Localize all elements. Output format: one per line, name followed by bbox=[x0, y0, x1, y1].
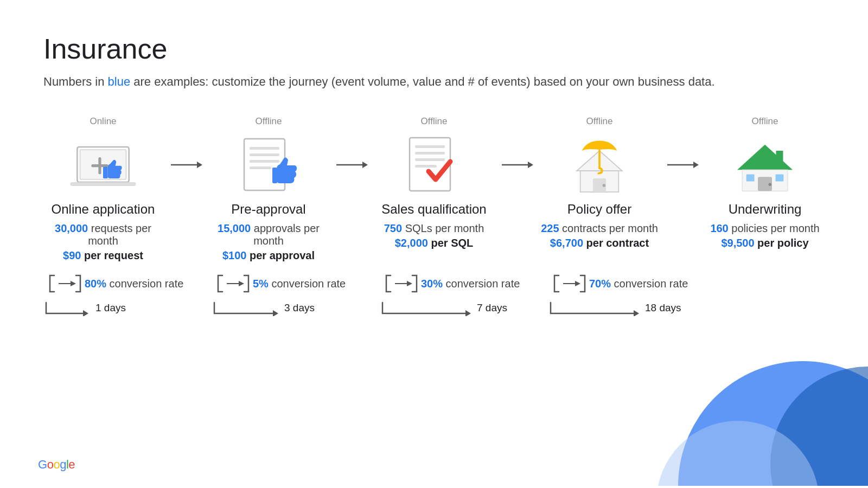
conv-rate-group-4: 70% conversion rate bbox=[553, 273, 688, 294]
stage-value-online: $90 per request bbox=[63, 249, 143, 262]
bottom-decoration bbox=[586, 334, 868, 488]
days-3: 7 days bbox=[477, 302, 507, 314]
stage-title-online: Online application bbox=[52, 202, 155, 217]
stage-pre-approval: Offline Pre-approval 1 bbox=[209, 116, 328, 262]
stage-volume-num-online: 30,000 bbox=[55, 222, 88, 234]
subtitle-before: Numbers in bbox=[43, 75, 108, 88]
svg-marker-45 bbox=[465, 310, 471, 316]
svg-marker-15 bbox=[362, 162, 368, 168]
stage-sales-qualification: Offline Sales qualification 750 SQLs per… bbox=[374, 116, 494, 249]
stage-icon-document-check bbox=[399, 134, 469, 194]
stage-value-text-online: per request bbox=[81, 249, 143, 261]
stage-label-sales: Offline bbox=[421, 116, 448, 127]
svg-marker-30 bbox=[737, 144, 793, 169]
stage-dollar-underwriting: $9,500 bbox=[721, 237, 754, 249]
stage-icon-document-thumb bbox=[233, 134, 304, 194]
stage-dollar-policy: $6,700 bbox=[550, 237, 583, 249]
stage-volume-num-sales: 750 bbox=[384, 222, 402, 234]
arrow-3 bbox=[501, 157, 533, 173]
stage-title-sales: Sales qualification bbox=[381, 202, 486, 217]
stage-online-application: Online bbox=[43, 116, 163, 262]
stage-volume-pre-approval: 15,000 approvals per month bbox=[209, 222, 328, 247]
stage-icon-house-green bbox=[730, 134, 800, 194]
stage-volume-text-pre: approvals per month bbox=[251, 222, 320, 247]
stage-volume-policy: 225 contracts per month bbox=[541, 222, 658, 235]
svg-rect-13 bbox=[272, 168, 277, 183]
svg-rect-5 bbox=[103, 166, 108, 178]
arrow-2 bbox=[335, 157, 368, 173]
svg-rect-35 bbox=[746, 174, 755, 181]
arrow-4 bbox=[666, 157, 699, 173]
svg-rect-19 bbox=[415, 158, 445, 161]
svg-rect-31 bbox=[776, 150, 783, 164]
flow-segment-4: 70% conversion rate 18 days bbox=[548, 273, 716, 316]
days-4: 18 days bbox=[645, 302, 681, 314]
journey-row: Online bbox=[43, 116, 825, 262]
svg-marker-41 bbox=[239, 281, 244, 286]
svg-marker-47 bbox=[575, 281, 580, 286]
svg-marker-22 bbox=[528, 162, 533, 168]
stage-icon-house-umbrella bbox=[564, 134, 635, 194]
svg-rect-2 bbox=[70, 182, 136, 186]
subtitle-blue: blue bbox=[108, 75, 131, 88]
flow-segment-2: 5% conversion rate 3 days bbox=[212, 273, 380, 316]
stage-label-underwriting: Offline bbox=[752, 116, 778, 127]
stage-volume-text-underwriting: policies per month bbox=[729, 222, 820, 234]
stage-title-pre-approval: Pre-approval bbox=[231, 202, 305, 217]
days-1: 1 days bbox=[95, 302, 126, 314]
conv-rate-2: 5% conversion rate bbox=[253, 278, 346, 290]
stage-value-text-pre: per approval bbox=[246, 249, 315, 261]
stage-policy-offer: Offline Policy offer 225 contracts pe bbox=[540, 116, 659, 249]
svg-rect-36 bbox=[776, 174, 784, 181]
stage-volume-num-underwriting: 160 bbox=[710, 222, 728, 234]
stage-value-policy: $6,700 per contract bbox=[550, 237, 649, 249]
stage-dollar-pre: $100 bbox=[222, 249, 247, 261]
stage-value-text-policy: per contract bbox=[583, 237, 649, 249]
conv-rate-1: 80% conversion rate bbox=[85, 278, 183, 290]
stage-icon-laptop bbox=[68, 134, 138, 194]
days-2: 3 days bbox=[284, 302, 315, 314]
stage-volume-text-sales: SQLs per month bbox=[402, 222, 484, 234]
days-group-4: 18 days bbox=[548, 300, 681, 316]
stage-dollar-sales: $2,000 bbox=[395, 237, 428, 249]
stage-value-text-underwriting: per policy bbox=[755, 237, 809, 249]
flow-segment-3: 30% conversion rate 7 days bbox=[380, 273, 548, 316]
conv-rate-4: 70% conversion rate bbox=[589, 278, 688, 290]
flow-segment-1: 80% conversion rate 1 days bbox=[43, 273, 212, 316]
stage-volume-online: 30,000 requests per month bbox=[43, 222, 163, 247]
stage-label-policy: Offline bbox=[586, 116, 613, 127]
stage-volume-underwriting: 160 policies per month bbox=[710, 222, 819, 235]
stage-label-online: Online bbox=[90, 116, 116, 127]
svg-rect-12 bbox=[250, 166, 271, 169]
stage-title-underwriting: Underwriting bbox=[729, 202, 802, 217]
svg-rect-9 bbox=[250, 147, 279, 150]
svg-marker-48 bbox=[634, 310, 639, 316]
stage-volume-num-policy: 225 bbox=[541, 222, 559, 234]
conv-rate-group-3: 30% conversion rate bbox=[385, 273, 520, 294]
svg-marker-7 bbox=[197, 162, 202, 168]
arrow-1 bbox=[170, 157, 202, 173]
stage-value-pre-approval: $100 per approval bbox=[222, 249, 315, 262]
svg-marker-29 bbox=[693, 162, 699, 168]
stage-volume-text-policy: contracts per month bbox=[559, 222, 658, 234]
svg-rect-17 bbox=[415, 145, 445, 148]
conv-rate-group-2: 5% conversion rate bbox=[217, 273, 346, 294]
svg-marker-44 bbox=[407, 281, 412, 286]
svg-marker-38 bbox=[71, 281, 76, 286]
svg-point-34 bbox=[769, 183, 772, 186]
subtitle: Numbers in blue are examples: customize … bbox=[43, 75, 825, 89]
stage-value-text-sales: per SQL bbox=[428, 237, 473, 249]
days-group-2: 3 days bbox=[212, 300, 315, 316]
conv-rate-3: 30% conversion rate bbox=[421, 278, 520, 290]
conv-rate-group-1: 80% conversion rate bbox=[49, 273, 183, 294]
stage-value-sales: $2,000 per SQL bbox=[395, 237, 474, 249]
svg-marker-39 bbox=[83, 310, 88, 316]
stage-title-policy: Policy offer bbox=[567, 202, 631, 217]
flow-diagram: 80% conversion rate 1 days 5% bbox=[43, 273, 825, 316]
svg-point-26 bbox=[603, 184, 606, 187]
svg-rect-10 bbox=[250, 153, 279, 156]
google-logo: Google bbox=[38, 458, 75, 472]
stage-volume-text-online: requests per month bbox=[88, 222, 151, 247]
svg-rect-20 bbox=[415, 165, 437, 168]
subtitle-after: are examples: customize the journey (eve… bbox=[130, 75, 714, 88]
